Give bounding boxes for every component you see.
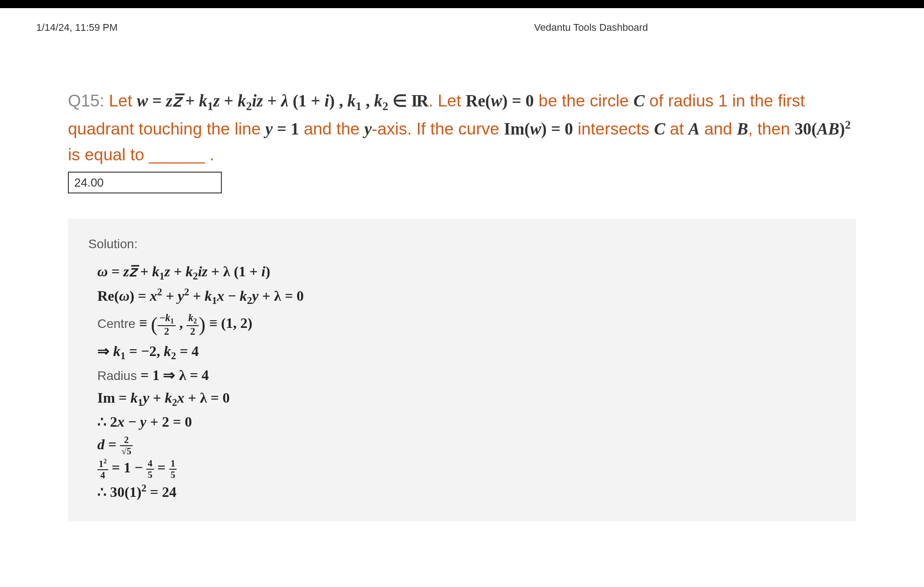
q-text: Let [104, 91, 137, 110]
solution-line-3: Centre ≡ (−k12 , k22) ≡ (1, 2) [97, 309, 836, 340]
solution-content: ω = zz̅ + k1z + k2iz + λ (1 + i) Re(ω) =… [88, 260, 836, 503]
window-top-bar [0, 0, 924, 8]
main-content: Q15: Let w = zz̅ + k1z + k2iz + λ (1 + i… [0, 34, 924, 521]
page-header: 1/14/24, 11:59 PM Vedantu Tools Dashboar… [0, 8, 924, 34]
answer-input[interactable]: 24.00 [68, 172, 222, 193]
solution-line-4: ⇒ k1 = −2, k2 = 4 [97, 340, 836, 364]
solution-line-10: ∴ 30(1)2 = 24 [97, 481, 836, 503]
solution-line-9: 124 = 1 − 45 = 15 [97, 457, 836, 481]
page-title: Vedantu Tools Dashboard [534, 22, 648, 34]
solution-label: Solution: [88, 237, 836, 251]
print-timestamp: 1/14/24, 11:59 PM [36, 22, 118, 34]
solution-line-6: Im = k1y + k2x + λ = 0 [97, 387, 836, 411]
question-block: Q15: Let w = zz̅ + k1z + k2iz + λ (1 + i… [68, 88, 856, 194]
solution-line-8: d = 2√5 [97, 433, 836, 457]
solution-line-7: ∴ 2x − y + 2 = 0 [97, 411, 836, 433]
solution-line-2: Re(ω) = x2 + y2 + k1x − k2y + λ = 0 [97, 284, 836, 309]
solution-line-5: Radius = 1 ⇒ λ = 4 [97, 364, 836, 387]
question-number: Q15: [68, 91, 104, 110]
solution-block: Solution: ω = zz̅ + k1z + k2iz + λ (1 + … [68, 219, 856, 521]
solution-line-1: ω = zz̅ + k1z + k2iz + λ (1 + i) [97, 260, 836, 284]
